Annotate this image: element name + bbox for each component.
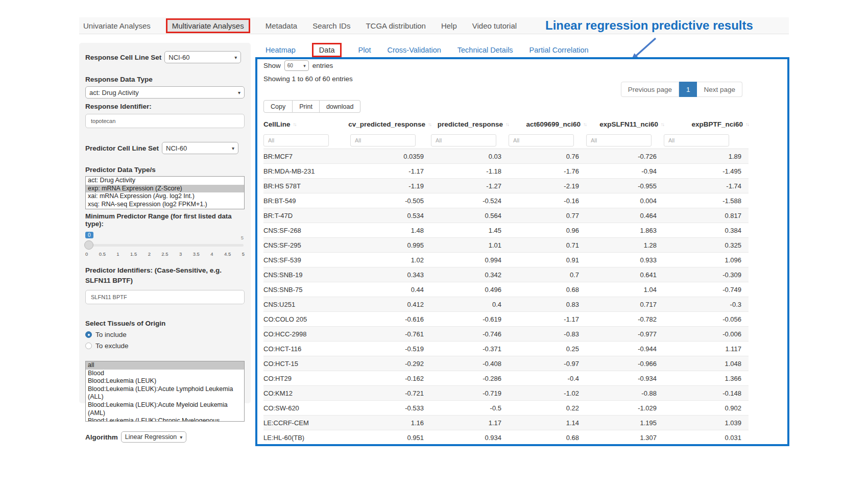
- print-button[interactable]: Print: [293, 100, 320, 113]
- table-row[interactable]: LE:HL-60(TB)0.9510.9340.681.3070.031: [263, 430, 749, 445]
- table-row[interactable]: CNS:SF-5391.020.9940.910.9331.096: [263, 253, 749, 267]
- slider-handle[interactable]: [84, 240, 93, 250]
- slider-track[interactable]: [86, 244, 244, 247]
- table-row[interactable]: BR:MDA-MB-231-1.17-1.18-1.76-0.94-1.495: [263, 164, 749, 179]
- sort-arrows-icon[interactable]: ↑↓: [745, 121, 749, 127]
- table-row[interactable]: CNS:U2510.4120.40.830.717-0.3: [263, 297, 749, 312]
- column-header-expslfn11-nci60[interactable]: expSLFN11_nci60↑↓: [586, 120, 664, 128]
- table-row[interactable]: CO:HCC-2998-0.761-0.746-0.83-0.977-0.006: [263, 327, 749, 341]
- slider-value-badge: 0: [85, 232, 93, 238]
- cell-value: -0.056: [664, 315, 749, 323]
- list-option-blood-leukemia-leuk-acute-lymphoid-leukemia-all[interactable]: Blood:Leukemia (LEUK):Acute Lymphoid Leu…: [86, 385, 244, 401]
- column-filter-input-cellline[interactable]: [263, 134, 329, 147]
- table-row[interactable]: BR:BT-549-0.505-0.524-0.160.004-1.588: [263, 193, 749, 208]
- column-filter-input-act609699-nci60[interactable]: [509, 134, 574, 147]
- cell-value: 1.039: [664, 419, 749, 427]
- table-row[interactable]: CO:HCT-116-0.519-0.3710.25-0.9441.117: [263, 341, 749, 356]
- table-filter-row: [263, 132, 749, 149]
- nav-item-metadata[interactable]: Metadata: [266, 21, 298, 30]
- cell-line-name: CNS:SF-268: [263, 227, 350, 234]
- cell-value: -1.588: [664, 197, 749, 205]
- chevron-down-icon: ▾: [180, 434, 182, 440]
- nav-item-help[interactable]: Help: [441, 21, 457, 30]
- radio-to-exclude[interactable]: To exclude: [85, 342, 245, 350]
- cell-value: -1.18: [431, 167, 509, 175]
- tab-plot[interactable]: Plot: [358, 46, 371, 54]
- table-row[interactable]: CNS:SF-2950.9951.010.711.280.325: [263, 238, 749, 253]
- table-row[interactable]: CNS:SF-2681.481.450.961.8630.384: [263, 223, 749, 238]
- nav-item-univariate-analyses[interactable]: Univariate Analyses: [83, 21, 151, 30]
- radio-button-icon[interactable]: [85, 331, 92, 338]
- next-page-button[interactable]: Next page: [697, 82, 742, 97]
- nav-item-search-ids[interactable]: Search IDs: [312, 21, 350, 30]
- tab-data[interactable]: Data: [312, 43, 342, 57]
- filter-cell: [664, 134, 749, 147]
- table-row[interactable]: BR:HS 578T-1.19-1.27-2.19-0.955-1.74: [263, 179, 749, 193]
- sort-arrows-icon[interactable]: ↑↓: [293, 121, 296, 127]
- table-row[interactable]: CO:SW-620-0.533-0.50.22-1.0290.902: [263, 401, 749, 416]
- radio-button-icon[interactable]: [85, 343, 92, 349]
- list-option-blood-leukemia-leuk[interactable]: Blood:Leukemia (LEUK): [86, 377, 244, 385]
- list-option-blood-leukemia-leuk-acute-myeloid-leukemia-aml[interactable]: Blood:Leukemia (LEUK):Acute Myeloid Leuk…: [86, 401, 244, 417]
- list-option-exp-mrna-expression-z-score[interactable]: exp: mRNA Expression (Z-Score): [86, 185, 244, 193]
- table-row[interactable]: CO:HCT-15-0.292-0.408-0.97-0.9661.048: [263, 356, 749, 371]
- response-cell-line-set-select[interactable]: NCI-60▾: [164, 51, 241, 63]
- column-filter-input-expslfn11-nci60[interactable]: [586, 134, 652, 147]
- column-header-cellline[interactable]: CellLine↑↓: [263, 120, 350, 128]
- tissue-listbox[interactable]: allBloodBlood:Leukemia (LEUK)Blood:Leuke…: [85, 361, 245, 422]
- download-button[interactable]: download: [320, 100, 361, 113]
- table-row[interactable]: CO:KM12-0.721-0.719-1.02-0.88-0.148: [263, 386, 749, 401]
- cell-value: -0.408: [431, 360, 509, 368]
- predictor-identifiers-input[interactable]: [85, 290, 245, 304]
- algorithm-select[interactable]: Linear Regression▾: [121, 431, 186, 443]
- cell-line-name: CO:HCT-15: [263, 360, 350, 368]
- tab-cross-validation[interactable]: Cross-Validation: [387, 46, 441, 54]
- cell-value: -0.519: [350, 345, 431, 353]
- column-header-act609699-nci60[interactable]: act609699_nci60↑↓: [509, 120, 586, 128]
- cell-line-name: CNS:U251: [263, 301, 350, 308]
- tab-technical-details[interactable]: Technical Details: [457, 46, 513, 54]
- list-option-xai-mrna-expression-avg-log2-int[interactable]: xai: mRNA Expression (Avg. log2 Int.): [86, 192, 244, 201]
- table-row[interactable]: LE:CCRF-CEM1.161.171.141.1951.039: [263, 416, 749, 430]
- page-number-button[interactable]: 1: [679, 82, 697, 97]
- response-data-type-select[interactable]: act: Drug Activity▾: [85, 86, 245, 99]
- table-row[interactable]: BR:T-47D0.5340.5640.770.4640.817: [263, 208, 749, 223]
- table-row[interactable]: BR:MCF70.03590.030.76-0.7261.89: [263, 149, 749, 164]
- column-header-label: expBPTF_nci60: [691, 120, 743, 128]
- column-filter-input-predicted-response[interactable]: [431, 134, 496, 147]
- list-option-xsq-rna-seq-expression-log2-fpkm-1[interactable]: xsq: RNA-seq Expression (log2 FPKM+1.): [86, 201, 244, 209]
- list-option-act-drug-activity[interactable]: act: Drug Activity: [86, 177, 244, 185]
- column-header-predicted-response[interactable]: predicted_response↑↓: [431, 120, 509, 128]
- cell-value: -0.966: [586, 360, 664, 368]
- algorithm-label: Algorithm: [85, 433, 118, 441]
- column-filter-input-expbptf-nci60[interactable]: [664, 134, 729, 147]
- list-option-blood[interactable]: Blood: [86, 370, 244, 378]
- predictor-data-types-listbox[interactable]: act: Drug Activityexp: mRNA Expression (…: [85, 176, 245, 209]
- nav-item-video-tutorial[interactable]: Video tutorial: [472, 21, 517, 30]
- previous-page-button[interactable]: Previous page: [621, 82, 679, 97]
- table-row[interactable]: CNS:SNB-750.440.4960.681.04-0.749: [263, 282, 749, 297]
- predictor-cell-line-set-select[interactable]: NCI-60▾: [162, 142, 238, 154]
- response-identifier-input[interactable]: [85, 114, 245, 128]
- cell-value: -0.955: [586, 182, 664, 190]
- table-row[interactable]: CO:COLO 205-0.616-0.619-1.17-0.782-0.056: [263, 312, 749, 327]
- cell-value: -1.76: [509, 167, 586, 175]
- column-header-expbptf-nci60[interactable]: expBPTF_nci60↑↓: [664, 120, 749, 128]
- list-option-blood-leukemia-leuk-chronic-myelogenous-leukemia-cml[interactable]: Blood:Leukemia (LEUK):Chronic Myelogenou…: [86, 417, 244, 422]
- entries-count-select[interactable]: 60▾: [284, 60, 309, 71]
- tab-heatmap[interactable]: Heatmap: [266, 46, 296, 54]
- radio-to-include[interactable]: To include: [85, 331, 245, 338]
- table-row[interactable]: CNS:SNB-190.3430.3420.70.641-0.309: [263, 267, 749, 282]
- table-row[interactable]: CO:HT29-0.162-0.286-0.4-0.9341.366: [263, 371, 749, 386]
- slider-tick-label: 1: [116, 251, 119, 257]
- cell-value: -0.162: [350, 375, 431, 382]
- list-option-all[interactable]: all: [86, 361, 244, 370]
- copy-button[interactable]: Copy: [263, 100, 293, 113]
- nav-item-tcga-distribution[interactable]: TCGA distribution: [366, 21, 426, 30]
- cell-value: -0.371: [431, 345, 509, 353]
- column-header-cv-predicted-response[interactable]: cv_predicted_response↑↓: [350, 120, 431, 128]
- nav-item-multivariate-analyses[interactable]: Multivariate Analyses: [166, 18, 250, 33]
- column-filter-input-cv-predicted-response[interactable]: [350, 134, 416, 147]
- tab-partial-correlation[interactable]: Partial Correlation: [529, 46, 589, 54]
- cell-value: 1.89: [664, 153, 749, 160]
